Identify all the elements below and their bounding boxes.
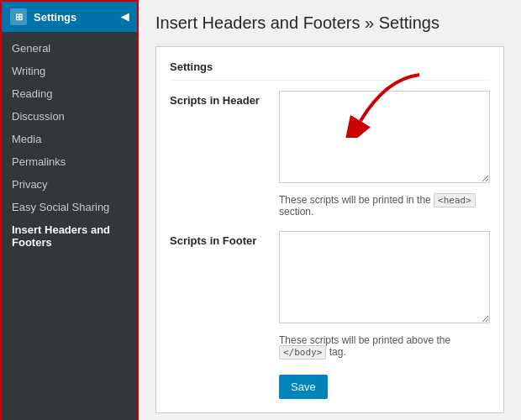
- sidebar-item-privacy[interactable]: Privacy: [2, 173, 137, 196]
- scripts-in-footer-textarea[interactable]: [279, 231, 490, 323]
- scripts-in-header-row: Scripts in Header: [170, 91, 490, 186]
- sidebar-item-media[interactable]: Media: [2, 128, 137, 150]
- sidebar-item-writing[interactable]: Writing: [2, 60, 137, 82]
- scripts-in-header-label: Scripts in Header: [170, 91, 279, 107]
- main-content: Insert Headers and Footers » Settings Se…: [139, 0, 521, 420]
- scripts-in-footer-row: Scripts in Footer: [170, 231, 490, 326]
- sidebar-header-label: Settings: [34, 11, 76, 24]
- body-code: </body>: [279, 345, 326, 360]
- sidebar-item-reading[interactable]: Reading: [2, 82, 137, 105]
- head-code: <head>: [434, 193, 476, 207]
- sidebar-menu: General Writing Reading Discussion Media…: [2, 32, 137, 259]
- scripts-in-header-help-suffix: section.: [279, 206, 313, 218]
- sidebar-item-discussion[interactable]: Discussion: [2, 105, 137, 128]
- scripts-in-header-help-prefix: These scripts will be printed in the: [279, 194, 434, 206]
- wp-icon: ⊞: [10, 8, 27, 25]
- page-title: Insert Headers and Footers » Settings: [155, 13, 504, 33]
- scripts-in-footer-help: These scripts will be printed above the …: [170, 334, 490, 358]
- scripts-in-header-field: [279, 91, 490, 186]
- settings-section-title: Settings: [170, 60, 490, 81]
- scripts-in-header-help: These scripts will be printed in the <he…: [170, 194, 490, 218]
- sidebar-header[interactable]: ⊞ Settings ◀: [2, 2, 137, 32]
- sidebar: ⊞ Settings ◀ General Writing Reading Dis…: [0, 0, 139, 420]
- chevron-right-icon: ◀: [121, 11, 129, 23]
- sidebar-item-easy-social-sharing[interactable]: Easy Social Sharing: [2, 196, 137, 218]
- scripts-in-footer-help-prefix: These scripts will be printed above the: [279, 334, 450, 346]
- scripts-in-footer-label: Scripts in Footer: [170, 231, 279, 247]
- settings-box: Settings Scripts in Header These scripts…: [155, 46, 504, 413]
- scripts-in-footer-field: [279, 231, 490, 326]
- scripts-in-header-textarea[interactable]: [279, 91, 490, 183]
- save-button[interactable]: Save: [279, 375, 328, 399]
- scripts-in-footer-help-suffix: tag.: [326, 346, 345, 358]
- sidebar-item-insert-headers-footers[interactable]: Insert Headers and Footers: [2, 218, 137, 254]
- sidebar-item-permalinks[interactable]: Permalinks: [2, 150, 137, 173]
- sidebar-item-general[interactable]: General: [2, 37, 137, 60]
